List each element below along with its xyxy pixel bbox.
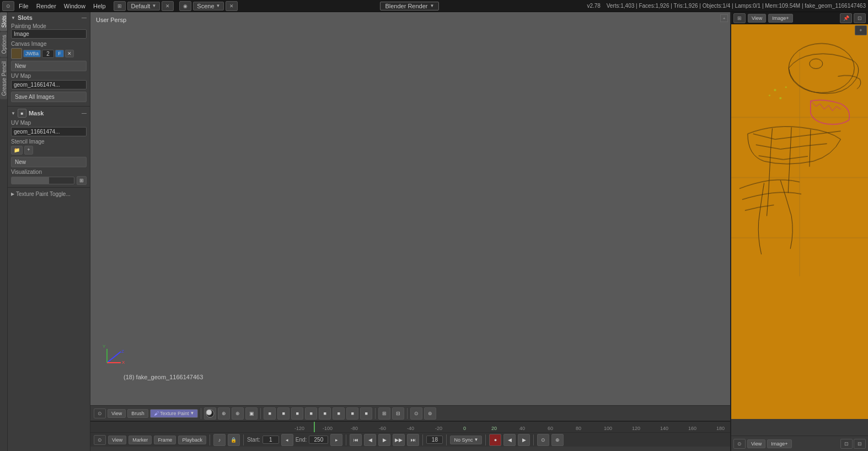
tick-minus120: -120 <box>294 426 323 431</box>
stencil-folder-icon[interactable]: 📁 <box>11 146 23 155</box>
brush-menu-btn[interactable]: Brush <box>127 409 148 418</box>
scene-icon[interactable]: ◉ <box>179 1 191 11</box>
snap2-btn[interactable]: ⊚ <box>424 407 436 420</box>
svg-text:Z: Z <box>121 349 124 354</box>
view-menu-btn[interactable]: View <box>108 409 126 418</box>
uv-texture-preview <box>731 24 868 419</box>
slot7-btn[interactable]: ■ <box>346 407 358 420</box>
rb-icon[interactable]: ⊙ <box>733 439 746 449</box>
slot1-btn[interactable]: ■ <box>264 407 276 420</box>
right-corner-btn[interactable]: + <box>855 25 867 35</box>
stencil-new-button[interactable]: New <box>11 157 87 167</box>
rb-expand1[interactable]: ⊡ <box>840 439 853 449</box>
lock-btn[interactable]: 🔒 <box>228 434 240 446</box>
timeline-frame-btn[interactable]: Frame <box>154 436 176 444</box>
jump-start-btn[interactable]: ⏮ <box>350 434 362 446</box>
tick-minus20: -20 <box>435 426 463 431</box>
engine-dropdown[interactable]: Blender Render ▼ <box>380 2 439 10</box>
wrap-btn[interactable]: ▣ <box>245 407 258 420</box>
bottom-toolbar-3d: ⊙ View Brush 🖌 Texture Paint ▼ ⊕ ⊕ <box>90 405 730 421</box>
timeline-area: -120 -100 -80 -60 -40 -20 0 20 40 60 80 … <box>90 421 730 451</box>
tab-options[interactable]: Options <box>0 31 7 57</box>
right-icon-btn[interactable]: ⊞ <box>733 13 746 23</box>
canvas-close-btn[interactable]: ✕ <box>65 50 74 57</box>
blender-icon[interactable]: ⊙ <box>2 1 14 11</box>
menu-render[interactable]: Render <box>33 2 60 10</box>
slot4-btn[interactable]: ■ <box>305 407 317 420</box>
tab-slots[interactable]: Slots <box>0 12 7 31</box>
new-canvas-button[interactable]: New <box>11 61 87 71</box>
right-view-btn[interactable]: View <box>748 14 766 23</box>
image-open-btn[interactable]: ⊞ <box>378 407 390 420</box>
next-frame-btn[interactable]: ▶▶ <box>393 434 405 446</box>
stencil-add-icon[interactable]: + <box>24 146 33 155</box>
jump-end-btn[interactable]: ⏭ <box>407 434 419 446</box>
rb-view-btn[interactable]: View <box>747 439 765 448</box>
uv-map-dropdown[interactable]: geom_11661474... <box>11 80 87 89</box>
image-save-btn[interactable]: ⊟ <box>392 407 404 420</box>
viewport-3d[interactable]: User Persp Z X Y (18) fake_geom_11661474… <box>90 12 730 405</box>
timeline-marker-btn[interactable]: Marker <box>128 436 152 444</box>
scene-close-icon[interactable]: ✕ <box>226 1 238 11</box>
save-all-images-button[interactable]: Save All Images <box>11 92 87 102</box>
slot8-btn[interactable]: ■ <box>360 407 372 420</box>
current-frame-field[interactable]: 18 <box>426 436 443 444</box>
vis-bar[interactable] <box>11 177 74 184</box>
canvas-tex-label[interactable]: JWBa <box>23 50 41 57</box>
timeline-playback-btn[interactable]: Playback <box>178 436 206 444</box>
slot3-btn[interactable]: ■ <box>291 407 303 420</box>
keyframe-prev-btn[interactable]: ◀ <box>503 434 516 446</box>
sync-dropdown[interactable]: No Sync ▼ <box>450 436 482 444</box>
stats-info: v2.78 Verts:1,403 | Faces:1,926 | Tris:1… <box>587 3 866 9</box>
menu-file[interactable]: File <box>15 2 32 10</box>
timeline-ruler: -120 -100 -80 -60 -40 -20 0 20 40 60 80 … <box>90 422 730 433</box>
painting-mode-dropdown[interactable]: Image Material <box>11 29 87 39</box>
timeline-view-btn[interactable]: View <box>108 436 126 444</box>
texture-paint-mode-btn[interactable]: 🖌 Texture Paint ▼ <box>150 409 198 418</box>
viewport-icon-btn[interactable]: ⊙ <box>94 408 106 418</box>
start-prev-btn[interactable]: ◂ <box>281 434 293 446</box>
end-field[interactable]: 250 <box>309 436 328 444</box>
vis-checkerboard-icon[interactable]: ⊞ <box>77 176 87 185</box>
left-panel: ▼ Slots — Painting Mode Image Material C… <box>8 12 90 451</box>
menu-help[interactable]: Help <box>90 2 109 10</box>
canvas-flag-btn[interactable]: F <box>55 50 64 57</box>
slots-header[interactable]: ▼ Slots — <box>11 14 87 21</box>
keyframe-record-btn[interactable]: ● <box>489 434 501 446</box>
axis-indicator: Z X Y <box>101 341 129 369</box>
right-pinned-icon[interactable]: 📌 <box>840 13 852 23</box>
viewport-corner-btn[interactable]: + <box>720 14 728 22</box>
end-next-btn[interactable]: ▸ <box>330 434 342 446</box>
tab-pencil[interactable]: Grease Pencil <box>0 58 7 99</box>
canvas-num-field[interactable]: 2 <box>42 50 54 58</box>
layout-dropdown[interactable]: Default ▼ <box>127 2 160 10</box>
prev-frame-btn[interactable]: ◀ <box>364 434 376 446</box>
play-btn[interactable]: ▶ <box>378 434 390 446</box>
scene-dropdown[interactable]: Scene ▼ <box>193 2 224 10</box>
rb-image-btn[interactable]: Image+ <box>767 439 791 448</box>
right-expand-icon[interactable]: ⊡ <box>854 13 866 23</box>
color-circle-btn[interactable] <box>204 407 216 420</box>
timeline-icon[interactable]: ⊙ <box>94 435 106 445</box>
layout-close-icon[interactable]: ✕ <box>162 1 174 11</box>
keyframe-next-btn[interactable]: ▶ <box>518 434 530 446</box>
render-anim-btn[interactable]: ⊕ <box>551 434 564 446</box>
slot5-btn[interactable]: ■ <box>319 407 331 420</box>
vis-fill <box>12 177 49 184</box>
slot2-btn[interactable]: ■ <box>277 407 290 420</box>
texture-paint-toggle-section[interactable]: ▶ Texture Paint Toggle... <box>8 188 90 200</box>
render-still-btn[interactable]: ⊙ <box>537 434 549 446</box>
mask-header[interactable]: ▼ ■ Mask — <box>11 109 87 118</box>
audio-btn[interactable]: ♪ <box>213 434 226 446</box>
rb-expand2[interactable]: ⊟ <box>854 439 866 449</box>
layout-grid-icon[interactable]: ⊞ <box>114 1 126 11</box>
mask-uv-dropdown[interactable]: geom_11661474... <box>11 127 87 136</box>
start-field[interactable]: 1 <box>262 436 279 444</box>
right-image-btn[interactable]: Image+ <box>768 14 792 23</box>
brush-strength-btn[interactable]: ⊕ <box>232 407 244 420</box>
svg-point-67 <box>779 97 781 99</box>
slot6-btn[interactable]: ■ <box>333 407 345 420</box>
menu-window[interactable]: Window <box>61 2 89 10</box>
snap1-btn[interactable]: ⊙ <box>410 407 422 420</box>
brush-size-btn[interactable]: ⊕ <box>218 407 230 420</box>
